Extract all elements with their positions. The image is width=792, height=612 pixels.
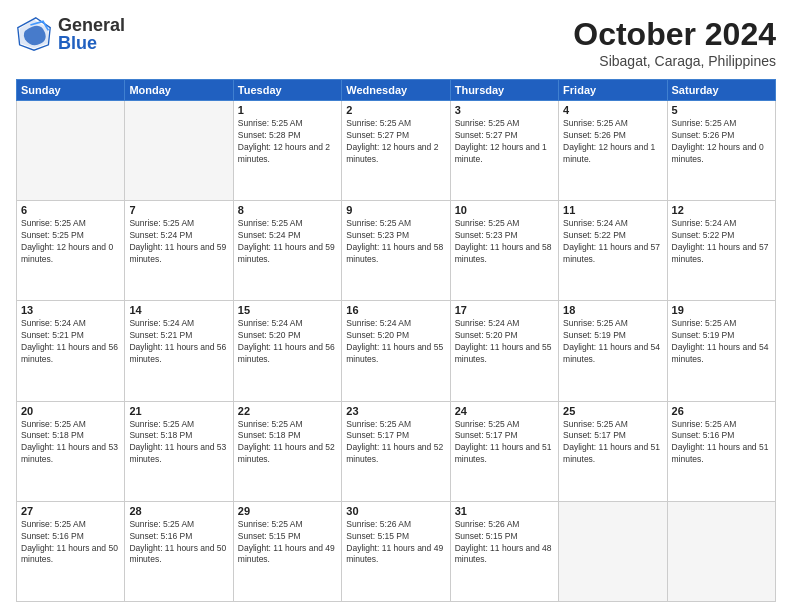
day-cell: 5Sunrise: 5:25 AMSunset: 5:26 PMDaylight… — [667, 101, 775, 201]
day-cell: 21Sunrise: 5:25 AMSunset: 5:18 PMDayligh… — [125, 401, 233, 501]
day-cell: 27Sunrise: 5:25 AMSunset: 5:16 PMDayligh… — [17, 501, 125, 601]
day-number: 27 — [21, 505, 120, 517]
day-cell — [667, 501, 775, 601]
calendar-subtitle: Sibagat, Caraga, Philippines — [573, 53, 776, 69]
day-cell — [125, 101, 233, 201]
day-info: Sunrise: 5:25 AMSunset: 5:26 PMDaylight:… — [672, 118, 771, 166]
day-number: 7 — [129, 204, 228, 216]
day-cell: 23Sunrise: 5:25 AMSunset: 5:17 PMDayligh… — [342, 401, 450, 501]
day-number: 24 — [455, 405, 554, 417]
day-cell — [559, 501, 667, 601]
day-number: 25 — [563, 405, 662, 417]
logo-blue: Blue — [58, 34, 125, 52]
day-cell: 1Sunrise: 5:25 AMSunset: 5:28 PMDaylight… — [233, 101, 341, 201]
day-number: 19 — [672, 304, 771, 316]
day-cell: 18Sunrise: 5:25 AMSunset: 5:19 PMDayligh… — [559, 301, 667, 401]
day-cell: 31Sunrise: 5:26 AMSunset: 5:15 PMDayligh… — [450, 501, 558, 601]
day-number: 3 — [455, 104, 554, 116]
day-number: 16 — [346, 304, 445, 316]
day-cell: 28Sunrise: 5:25 AMSunset: 5:16 PMDayligh… — [125, 501, 233, 601]
day-info: Sunrise: 5:25 AMSunset: 5:27 PMDaylight:… — [455, 118, 554, 166]
day-cell: 9Sunrise: 5:25 AMSunset: 5:23 PMDaylight… — [342, 201, 450, 301]
day-number: 26 — [672, 405, 771, 417]
day-cell: 3Sunrise: 5:25 AMSunset: 5:27 PMDaylight… — [450, 101, 558, 201]
day-number: 18 — [563, 304, 662, 316]
day-cell: 25Sunrise: 5:25 AMSunset: 5:17 PMDayligh… — [559, 401, 667, 501]
day-info: Sunrise: 5:25 AMSunset: 5:27 PMDaylight:… — [346, 118, 445, 166]
week-row-2: 13Sunrise: 5:24 AMSunset: 5:21 PMDayligh… — [17, 301, 776, 401]
day-number: 29 — [238, 505, 337, 517]
page: General Blue October 2024 Sibagat, Carag… — [0, 0, 792, 612]
day-number: 12 — [672, 204, 771, 216]
day-number: 4 — [563, 104, 662, 116]
day-cell: 19Sunrise: 5:25 AMSunset: 5:19 PMDayligh… — [667, 301, 775, 401]
header-day-sunday: Sunday — [17, 80, 125, 101]
day-info: Sunrise: 5:25 AMSunset: 5:18 PMDaylight:… — [238, 419, 337, 467]
day-number: 13 — [21, 304, 120, 316]
day-info: Sunrise: 5:25 AMSunset: 5:24 PMDaylight:… — [129, 218, 228, 266]
day-number: 20 — [21, 405, 120, 417]
day-cell: 10Sunrise: 5:25 AMSunset: 5:23 PMDayligh… — [450, 201, 558, 301]
day-info: Sunrise: 5:24 AMSunset: 5:20 PMDaylight:… — [238, 318, 337, 366]
calendar-header: SundayMondayTuesdayWednesdayThursdayFrid… — [17, 80, 776, 101]
day-number: 11 — [563, 204, 662, 216]
day-cell: 8Sunrise: 5:25 AMSunset: 5:24 PMDaylight… — [233, 201, 341, 301]
day-cell: 24Sunrise: 5:25 AMSunset: 5:17 PMDayligh… — [450, 401, 558, 501]
day-cell: 22Sunrise: 5:25 AMSunset: 5:18 PMDayligh… — [233, 401, 341, 501]
day-cell: 26Sunrise: 5:25 AMSunset: 5:16 PMDayligh… — [667, 401, 775, 501]
day-cell: 7Sunrise: 5:25 AMSunset: 5:24 PMDaylight… — [125, 201, 233, 301]
day-info: Sunrise: 5:26 AMSunset: 5:15 PMDaylight:… — [346, 519, 445, 567]
day-cell: 11Sunrise: 5:24 AMSunset: 5:22 PMDayligh… — [559, 201, 667, 301]
day-number: 6 — [21, 204, 120, 216]
day-info: Sunrise: 5:24 AMSunset: 5:21 PMDaylight:… — [21, 318, 120, 366]
day-number: 5 — [672, 104, 771, 116]
logo-general: General — [58, 16, 125, 34]
day-cell — [17, 101, 125, 201]
day-number: 31 — [455, 505, 554, 517]
day-info: Sunrise: 5:25 AMSunset: 5:18 PMDaylight:… — [129, 419, 228, 467]
day-info: Sunrise: 5:24 AMSunset: 5:22 PMDaylight:… — [563, 218, 662, 266]
day-number: 17 — [455, 304, 554, 316]
day-info: Sunrise: 5:26 AMSunset: 5:15 PMDaylight:… — [455, 519, 554, 567]
day-info: Sunrise: 5:25 AMSunset: 5:16 PMDaylight:… — [672, 419, 771, 467]
week-row-4: 27Sunrise: 5:25 AMSunset: 5:16 PMDayligh… — [17, 501, 776, 601]
day-info: Sunrise: 5:24 AMSunset: 5:22 PMDaylight:… — [672, 218, 771, 266]
day-info: Sunrise: 5:25 AMSunset: 5:17 PMDaylight:… — [346, 419, 445, 467]
day-cell: 29Sunrise: 5:25 AMSunset: 5:15 PMDayligh… — [233, 501, 341, 601]
calendar-body: 1Sunrise: 5:25 AMSunset: 5:28 PMDaylight… — [17, 101, 776, 602]
header-day-wednesday: Wednesday — [342, 80, 450, 101]
day-cell: 17Sunrise: 5:24 AMSunset: 5:20 PMDayligh… — [450, 301, 558, 401]
day-cell: 2Sunrise: 5:25 AMSunset: 5:27 PMDaylight… — [342, 101, 450, 201]
day-number: 23 — [346, 405, 445, 417]
day-info: Sunrise: 5:24 AMSunset: 5:20 PMDaylight:… — [346, 318, 445, 366]
calendar-title: October 2024 — [573, 16, 776, 53]
week-row-0: 1Sunrise: 5:25 AMSunset: 5:28 PMDaylight… — [17, 101, 776, 201]
day-number: 22 — [238, 405, 337, 417]
day-info: Sunrise: 5:25 AMSunset: 5:18 PMDaylight:… — [21, 419, 120, 467]
header-day-tuesday: Tuesday — [233, 80, 341, 101]
day-cell: 30Sunrise: 5:26 AMSunset: 5:15 PMDayligh… — [342, 501, 450, 601]
day-cell: 4Sunrise: 5:25 AMSunset: 5:26 PMDaylight… — [559, 101, 667, 201]
day-info: Sunrise: 5:25 AMSunset: 5:25 PMDaylight:… — [21, 218, 120, 266]
day-number: 21 — [129, 405, 228, 417]
header-day-monday: Monday — [125, 80, 233, 101]
day-info: Sunrise: 5:25 AMSunset: 5:26 PMDaylight:… — [563, 118, 662, 166]
day-info: Sunrise: 5:25 AMSunset: 5:16 PMDaylight:… — [129, 519, 228, 567]
week-row-1: 6Sunrise: 5:25 AMSunset: 5:25 PMDaylight… — [17, 201, 776, 301]
day-info: Sunrise: 5:25 AMSunset: 5:16 PMDaylight:… — [21, 519, 120, 567]
day-number: 10 — [455, 204, 554, 216]
day-number: 28 — [129, 505, 228, 517]
day-info: Sunrise: 5:25 AMSunset: 5:23 PMDaylight:… — [455, 218, 554, 266]
day-info: Sunrise: 5:24 AMSunset: 5:21 PMDaylight:… — [129, 318, 228, 366]
day-cell: 16Sunrise: 5:24 AMSunset: 5:20 PMDayligh… — [342, 301, 450, 401]
day-cell: 6Sunrise: 5:25 AMSunset: 5:25 PMDaylight… — [17, 201, 125, 301]
header-day-thursday: Thursday — [450, 80, 558, 101]
logo-icon — [16, 16, 52, 52]
header-day-friday: Friday — [559, 80, 667, 101]
title-block: October 2024 Sibagat, Caraga, Philippine… — [573, 16, 776, 69]
day-cell: 13Sunrise: 5:24 AMSunset: 5:21 PMDayligh… — [17, 301, 125, 401]
day-info: Sunrise: 5:25 AMSunset: 5:28 PMDaylight:… — [238, 118, 337, 166]
day-cell: 14Sunrise: 5:24 AMSunset: 5:21 PMDayligh… — [125, 301, 233, 401]
day-number: 14 — [129, 304, 228, 316]
day-info: Sunrise: 5:25 AMSunset: 5:17 PMDaylight:… — [563, 419, 662, 467]
